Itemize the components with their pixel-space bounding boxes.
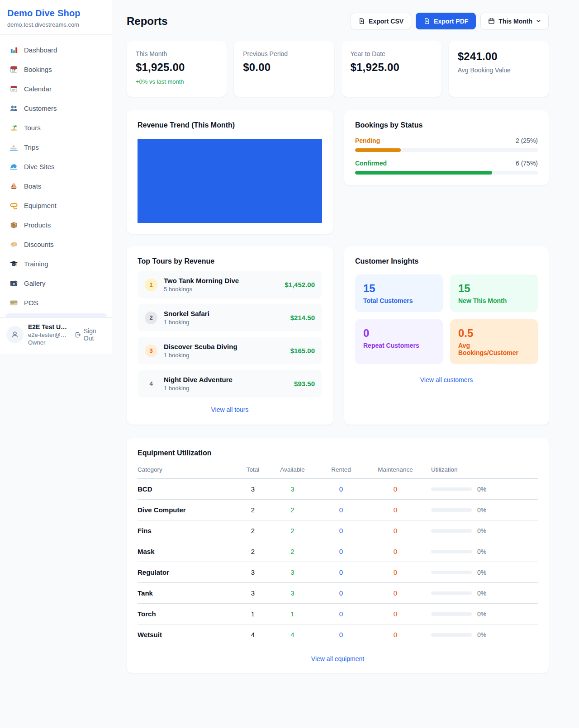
sign-out-button[interactable]: Sign Out (75, 327, 106, 342)
status-count: 2 (25%) (516, 137, 538, 144)
cell-utilization: 0% (477, 569, 486, 576)
rank-badge: 1 (145, 279, 157, 291)
sidebar-item-gallery[interactable]: Gallery (4, 274, 109, 292)
equipment-utilization-card: Equipment Utilization Category Total Ava… (127, 438, 549, 673)
sidebar-item-equipment[interactable]: Equipment (4, 197, 109, 214)
tag-icon (9, 240, 18, 249)
sidebar-item-customers[interactable]: Customers (4, 99, 109, 117)
tour-name: Discover Scuba Diving (164, 343, 237, 350)
export-csv-label: Export CSV (369, 18, 403, 25)
stat-card-this-month: This Month $1,925.00 +0% vs last month (127, 41, 227, 97)
tile-new-this-month: 15 New This Month (450, 274, 538, 312)
status-bar-track (355, 148, 538, 152)
user-footer: E2E Test U… e2e-tester@… Owner Sign Out (0, 317, 113, 354)
table-row: Torch 1 1 0 0 0% (138, 604, 538, 624)
table-row: Regulator 3 3 0 0 0% (138, 562, 538, 583)
sidebar-item-label: Gallery (24, 279, 46, 287)
cell-category: Mask (138, 548, 237, 555)
tile-value: 15 (363, 282, 435, 295)
tour-bookings: 5 bookings (164, 286, 239, 293)
sidebar-item-label: Dive Sites (24, 163, 55, 170)
cell-available: 2 (269, 506, 316, 514)
stat-label: Previous Period (243, 50, 325, 57)
calendar-icon (488, 18, 495, 24)
sidebar-item-label: Customers (24, 104, 57, 112)
sidebar-item-products[interactable]: Products (4, 216, 109, 233)
credit-card-icon (9, 298, 18, 307)
tour-row: 2 Snorkel Safari 1 booking $214.50 (138, 304, 322, 331)
sidebar-item-pos[interactable]: POS (4, 294, 109, 311)
cell-maintenance: 0 (366, 631, 425, 638)
revenue-trend-title: Revenue Trend (This Month) (138, 121, 322, 129)
cell-utilization: 0% (477, 548, 486, 555)
cell-available: 3 (269, 589, 316, 597)
cell-available: 1 (269, 610, 316, 618)
stats-row: This Month $1,925.00 +0% vs last month P… (127, 41, 549, 97)
export-pdf-label: Export PDF (434, 18, 468, 25)
cell-total: 4 (237, 631, 269, 638)
cell-maintenance: 0 (366, 568, 425, 576)
sidebar-item-boats[interactable]: Boats (4, 177, 109, 194)
utilization-bar (431, 571, 472, 574)
table-row: Fins 2 2 0 0 0% (138, 520, 538, 541)
island-icon (9, 123, 18, 132)
sidebar-item-discounts[interactable]: Discounts (4, 236, 109, 253)
cell-category: Fins (138, 527, 237, 534)
sidebar-item-tours[interactable]: Tours (4, 119, 109, 136)
customer-insights-card: Customer Insights 15 Total Customers 15 … (344, 246, 549, 425)
sign-out-icon (75, 331, 81, 338)
sidebar-item-dashboard[interactable]: Dashboard (4, 41, 109, 58)
cell-total: 2 (237, 548, 269, 555)
stat-card-year-to-date: Year to Date $1,925.00 (342, 41, 441, 97)
wave-icon (9, 162, 18, 171)
sidebar-item-label: Training (24, 260, 48, 268)
view-all-equipment-link[interactable]: View all equipment (311, 655, 364, 662)
cell-utilization: 0% (477, 590, 486, 597)
top-tours-title: Top Tours by Revenue (138, 257, 322, 265)
tile-value: 15 (458, 282, 530, 295)
page-title: Reports (127, 15, 168, 28)
view-all-tours-link[interactable]: View all tours (211, 406, 248, 413)
sidebar-item-trips[interactable]: Trips (4, 138, 109, 156)
table-row: BCD 3 3 0 0 0% (138, 479, 538, 500)
tile-label: Total Customers (363, 297, 435, 304)
sidebar-item-label: Bookings (24, 66, 52, 73)
col-header-available: Available (269, 466, 316, 473)
tile-avg-bookings: 0.5 Avg Bookings/Customer (450, 319, 538, 364)
cell-available: 2 (269, 548, 316, 555)
brand-block: Demo Dive Shop demo.test.divestreams.com (0, 0, 113, 35)
period-dropdown[interactable]: This Month (480, 13, 549, 29)
export-csv-button[interactable]: Export CSV (351, 13, 411, 29)
top-tours-card: Top Tours by Revenue 1 Two Tank Morning … (127, 246, 333, 425)
stat-value: $0.00 (243, 61, 325, 74)
rank-badge: 3 (145, 345, 157, 357)
cell-total: 3 (237, 589, 269, 597)
cell-category: Regulator (138, 568, 237, 576)
tile-value: 0.5 (458, 327, 530, 340)
sidebar-item-dive-sites[interactable]: Dive Sites (4, 158, 109, 175)
sidebar-item-bookings[interactable]: 17 Bookings (4, 61, 109, 78)
cell-utilization: 0% (477, 506, 486, 514)
cell-rented: 0 (316, 548, 366, 555)
export-pdf-button[interactable]: Export PDF (416, 13, 476, 29)
header-actions: Export CSV Export PDF This Month (351, 13, 549, 29)
view-all-customers-link[interactable]: View all customers (420, 376, 473, 383)
package-icon (9, 220, 18, 229)
cell-category: Wetsuit (138, 631, 237, 638)
table-row: Wetsuit 4 4 0 0 0% (138, 624, 538, 645)
tour-row: 3 Discover Scuba Diving 1 booking $165.0… (138, 337, 322, 364)
status-row-pending: Pending 2 (25%) (355, 137, 538, 152)
stat-label: This Month (136, 50, 218, 57)
period-label: This Month (498, 18, 532, 25)
cell-rented: 0 (316, 610, 366, 618)
tile-label: New This Month (458, 297, 530, 304)
sidebar-item-training[interactable]: Training (4, 255, 109, 272)
person-icon (10, 330, 19, 339)
tour-name: Night Dive Adventure (164, 376, 233, 383)
revenue-trend-card: Revenue Trend (This Month) (127, 110, 333, 234)
sidebar-item-calendar[interactable]: Calendar (4, 80, 109, 97)
sidebar-item-label: Boats (24, 182, 41, 190)
cell-maintenance: 0 (366, 485, 425, 493)
sidebar-item-reports-active-partial[interactable] (5, 313, 107, 317)
bar-chart-icon (9, 45, 18, 54)
